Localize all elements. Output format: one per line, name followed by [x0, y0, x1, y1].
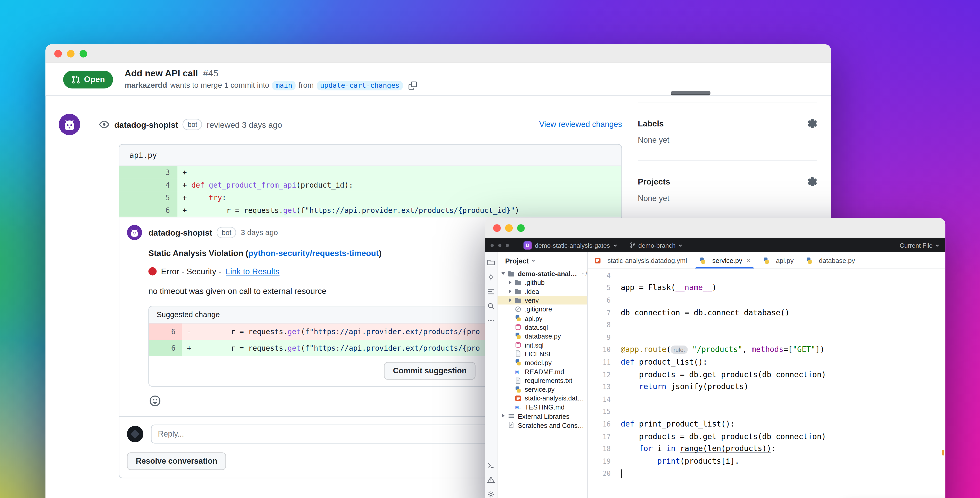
editor-body[interactable]: 45app = Flask(__name__)67db_connection =… [588, 269, 945, 498]
tree-item[interactable]: M↓README.md [498, 367, 587, 376]
tree-item[interactable]: demo-static-analysis-gates~/ [498, 269, 587, 278]
editor-line[interactable]: 13 return jsonify(products) [588, 381, 945, 393]
diff-line[interactable]: 3+ [119, 166, 622, 179]
pr-author[interactable]: markazerdd [124, 81, 167, 89]
project-panel-header[interactable]: Project [498, 252, 587, 269]
tree-item[interactable]: api.py [498, 314, 587, 323]
structure-tool-icon[interactable] [487, 287, 495, 296]
tree-item[interactable]: static-analysis.datadog.yml [498, 394, 587, 403]
comment-author[interactable]: datadog-shopist [148, 228, 212, 238]
chevron-down-icon [935, 243, 940, 247]
editor-line[interactable]: 12 products = db.get_products(db_connect… [588, 368, 945, 381]
editor-line[interactable]: 10@app.route(rule: "/products", methods=… [588, 343, 945, 356]
commit-suggestion-button[interactable]: Commit suggestion [384, 362, 475, 380]
txt-icon [515, 350, 522, 358]
close-window-button[interactable] [54, 49, 62, 57]
diff-file-name[interactable]: api.py [119, 145, 622, 166]
datadog-bot-avatar[interactable] [59, 114, 80, 135]
find-tool-icon[interactable] [487, 302, 495, 310]
rule-link[interactable]: python-security/requests-timeout [248, 248, 379, 258]
diff-line[interactable]: 6+ r = requests.get(f"https://api.provid… [119, 204, 622, 217]
minimize-window-button[interactable] [67, 49, 75, 57]
code-diff: 3+4+def get_product_from_api(product_id)… [119, 166, 622, 217]
ide-window-titlebar [485, 218, 945, 238]
editor-line[interactable]: 18 for i in range(len(products)): [588, 442, 945, 455]
editor-tab[interactable]: service.py× [693, 252, 756, 269]
tree-item[interactable]: init.sql [498, 340, 587, 350]
copy-branch-icon[interactable] [408, 81, 417, 89]
smiley-icon [150, 396, 161, 406]
zoom-window-button[interactable] [517, 224, 525, 231]
diff-line[interactable]: 4+def get_product_from_api(product_id): [119, 179, 622, 192]
editor-tab[interactable]: api.py [756, 252, 799, 269]
comment-timestamp[interactable]: 3 days ago [241, 228, 278, 237]
minimize-window-button[interactable] [505, 224, 513, 231]
close-window-button[interactable] [493, 224, 501, 231]
editor-line[interactable]: 7db_connection = db.connect_database() [588, 306, 945, 319]
tree-item[interactable]: model.py [498, 358, 587, 367]
editor-line[interactable]: 4 [588, 269, 945, 281]
tree-item[interactable]: Scratches and Consoles [498, 421, 587, 429]
editor-line[interactable]: 8 [588, 319, 945, 331]
run-config-widget[interactable]: Current File [900, 242, 940, 249]
tree-item[interactable]: service.py [498, 385, 587, 394]
close-tab-icon[interactable]: × [747, 257, 751, 264]
editor-line[interactable]: 5app = Flask(__name__) [588, 281, 945, 294]
editor-line[interactable]: 14 [588, 393, 945, 405]
tree-item[interactable]: M↓TESTING.md [498, 403, 587, 412]
labels-settings-gear-icon[interactable] [808, 119, 817, 128]
reviewer-name[interactable]: datadog-shopist [114, 120, 178, 129]
editor-line[interactable]: 15 [588, 405, 945, 418]
project-tool-icon[interactable] [487, 258, 495, 267]
editor-line[interactable]: 16def print_product_list(): [588, 418, 945, 430]
add-reaction-button[interactable] [148, 394, 161, 407]
tree-item[interactable]: LICENSE [498, 350, 587, 358]
projects-settings-gear-icon[interactable] [808, 177, 817, 187]
chevron-right-icon[interactable] [508, 289, 513, 294]
chevron-down-icon[interactable] [501, 271, 506, 276]
review-event-row: datadog-shopist bot reviewed 3 days ago … [59, 114, 622, 135]
code-editor[interactable]: 45app = Flask(__name__)67db_connection =… [588, 269, 945, 480]
view-reviewed-changes-link[interactable]: View reviewed changes [539, 120, 622, 129]
editor-line[interactable]: 6 [588, 294, 945, 306]
base-branch-label[interactable]: main [272, 80, 295, 90]
svg-text:↓: ↓ [519, 406, 521, 410]
more-tools-icon[interactable] [487, 317, 495, 325]
diff-line[interactable]: 5+ try: [119, 192, 622, 204]
tree-item[interactable]: External Libraries [498, 412, 587, 421]
editor-line[interactable]: 19 print(products[i]. [588, 455, 945, 467]
resolve-conversation-button[interactable]: Resolve conversation [127, 452, 226, 470]
editor-area: static-analysis.datadog.ymlservice.py×ap… [588, 252, 945, 498]
tree-item[interactable]: data.sql [498, 322, 587, 332]
editor-line[interactable]: 17 products = db.get_products(db_connect… [588, 430, 945, 442]
tree-item[interactable]: .gitignore [498, 305, 587, 314]
chevron-right-icon[interactable] [508, 280, 513, 285]
editor-line[interactable]: 20 [588, 467, 945, 480]
zoom-window-button[interactable] [80, 49, 87, 57]
projects-section-title: Projects [638, 177, 670, 187]
problems-tool-icon[interactable] [487, 476, 495, 484]
editor-line[interactable]: 9 [588, 331, 945, 343]
run-config-label: Current File [900, 242, 933, 249]
commit-tool-icon[interactable] [487, 273, 495, 281]
tree-item[interactable]: database.py [498, 332, 587, 341]
toolbar-dot [506, 244, 509, 247]
project-widget[interactable]: D demo-static-analysis-gates [523, 241, 618, 249]
datadog-bot-avatar[interactable] [127, 225, 142, 240]
tree-item[interactable]: .github [498, 278, 587, 287]
sql-icon [515, 323, 522, 331]
link-to-results[interactable]: Link to Results [226, 267, 280, 276]
tree-item[interactable]: requirements.txt [498, 376, 587, 385]
head-branch-label[interactable]: update-cart-changes [317, 80, 403, 90]
tree-item[interactable]: .idea [498, 287, 587, 296]
services-tool-icon[interactable] [487, 490, 495, 498]
tree-item[interactable]: venv [498, 296, 587, 305]
editor-line[interactable]: 11def product_list(): [588, 356, 945, 368]
terminal-tool-icon[interactable] [487, 461, 495, 469]
editor-tab[interactable]: database.py [799, 252, 861, 269]
chevron-right-icon[interactable] [501, 414, 506, 418]
branch-widget[interactable]: demo-branch [630, 242, 682, 249]
editor-tab[interactable]: static-analysis.datadog.yml [588, 252, 693, 269]
chevron-right-icon[interactable] [508, 298, 513, 302]
divider [638, 160, 817, 160]
